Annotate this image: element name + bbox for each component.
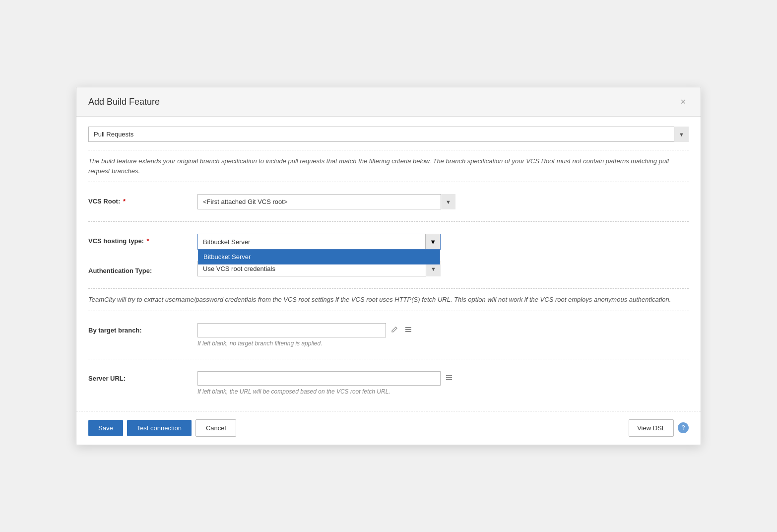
- divider-6: [88, 359, 689, 359]
- vcs-root-row: VCS Root: * <First attached Git VCS root…: [88, 188, 689, 215]
- svg-rect-3: [446, 375, 452, 376]
- vcs-hosting-control-area: Bitbucket Server ▼ Bitbucket Server: [197, 234, 689, 250]
- divider-1: [88, 150, 689, 150]
- close-button[interactable]: ×: [677, 96, 689, 107]
- vcs-hosting-dropdown-list: Bitbucket Server: [198, 250, 440, 265]
- by-target-branch-control-area: If left blank, no target branch filterin…: [197, 323, 689, 347]
- vcs-root-label: VCS Root: *: [88, 194, 197, 205]
- vcs-hosting-option-bitbucket-server[interactable]: Bitbucket Server: [198, 250, 440, 264]
- divider-3: [88, 221, 689, 222]
- feature-type-select-wrapper: Pull Requests ▼: [88, 127, 689, 142]
- by-target-branch-input[interactable]: [197, 323, 386, 337]
- server-url-control-area: If left blank, the URL will be composed …: [197, 371, 689, 395]
- server-url-input-row: [197, 371, 689, 386]
- vcs-root-required: *: [123, 198, 126, 205]
- branch-input-row: [197, 323, 689, 337]
- server-url-row: Server URL: If left blank, the URL will …: [88, 365, 689, 401]
- vcs-hosting-label: VCS hosting type: *: [88, 234, 197, 245]
- vcs-root-select[interactable]: <First attached Git VCS root>: [197, 194, 455, 209]
- svg-rect-1: [405, 329, 411, 330]
- by-target-branch-row: By target branch:: [88, 317, 689, 353]
- vcs-hosting-dropdown-display[interactable]: Bitbucket Server ▼ Bitbucket Server: [197, 234, 441, 250]
- vcs-hosting-required: *: [147, 237, 149, 245]
- view-dsl-button[interactable]: View DSL: [629, 419, 674, 437]
- branch-edit-icon[interactable]: [389, 325, 400, 335]
- feature-type-select[interactable]: Pull Requests: [88, 127, 689, 142]
- dialog-header: Add Build Feature ×: [76, 87, 701, 117]
- server-url-hint: If left blank, the URL will be composed …: [197, 388, 689, 395]
- dialog-body: Pull Requests ▼ The build feature extend…: [76, 117, 701, 411]
- vcs-hosting-selected-value: Bitbucket Server: [203, 238, 420, 246]
- svg-rect-0: [405, 327, 411, 328]
- by-target-branch-hint: If left blank, no target branch filterin…: [197, 340, 689, 347]
- help-button[interactable]: ?: [678, 422, 689, 433]
- by-target-branch-label: By target branch:: [88, 323, 197, 334]
- dialog-footer: Save Test connection Cancel View DSL ?: [76, 411, 701, 445]
- auth-description-text: TeamCity will try to extract username/pa…: [88, 295, 689, 305]
- description-text: The build feature extends your original …: [88, 156, 689, 176]
- dialog-title: Add Build Feature: [88, 97, 160, 107]
- server-url-input[interactable]: [197, 371, 441, 386]
- test-connection-button[interactable]: Test connection: [127, 420, 192, 436]
- feature-type-row: Pull Requests ▼: [88, 127, 689, 142]
- svg-rect-2: [405, 331, 411, 332]
- branch-list-icon[interactable]: [403, 325, 414, 335]
- vcs-hosting-row: VCS hosting type: * Bitbucket Server ▼ B…: [88, 228, 689, 256]
- vcs-hosting-dropdown-header[interactable]: Bitbucket Server ▼: [198, 234, 440, 250]
- vcs-hosting-dropdown-arrow[interactable]: ▼: [425, 234, 440, 249]
- vcs-root-control-area: <First attached Git VCS root> ▼: [197, 194, 689, 209]
- save-button[interactable]: Save: [88, 420, 123, 436]
- cancel-button[interactable]: Cancel: [195, 419, 236, 437]
- vcs-hosting-dropdown[interactable]: Bitbucket Server ▼ Bitbucket Server: [197, 234, 689, 250]
- divider-2: [88, 182, 689, 182]
- vcs-root-select-wrapper: <First attached Git VCS root> ▼: [197, 194, 455, 209]
- auth-type-label: Authentication Type:: [88, 264, 197, 274]
- add-build-feature-dialog: Add Build Feature × Pull Requests ▼ The …: [76, 87, 701, 445]
- server-url-label: Server URL:: [88, 371, 197, 382]
- divider-5: [88, 311, 689, 311]
- server-url-list-icon[interactable]: [444, 373, 454, 384]
- divider-4: [88, 288, 689, 289]
- svg-rect-4: [446, 377, 452, 378]
- svg-rect-5: [446, 379, 452, 380]
